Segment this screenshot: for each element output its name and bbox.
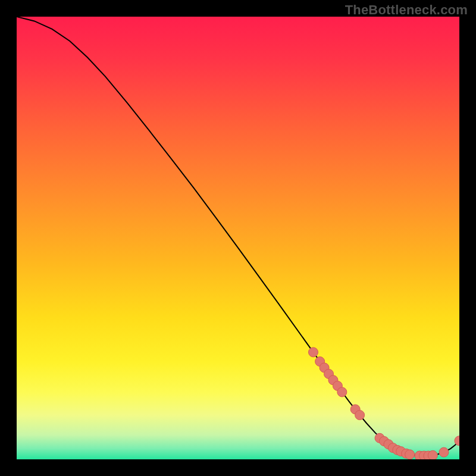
marker-point — [405, 450, 415, 459]
gradient-background — [17, 17, 459, 459]
plot-svg — [17, 17, 459, 459]
plot-area — [17, 17, 459, 459]
marker-point — [428, 450, 437, 459]
chart-stage: TheBottleneck.com — [0, 0, 476, 476]
marker-point — [439, 447, 449, 457]
watermark-text: TheBottleneck.com — [345, 2, 468, 18]
marker-point — [337, 387, 347, 397]
marker-point — [308, 347, 318, 357]
marker-point — [355, 411, 365, 420]
